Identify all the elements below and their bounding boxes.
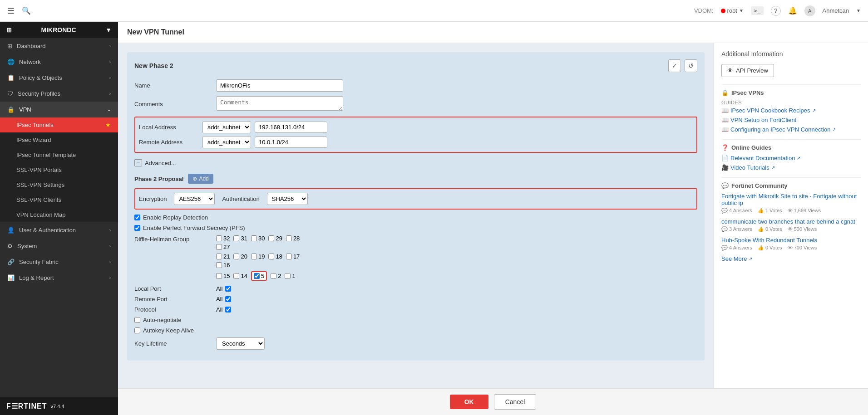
ipsec-cookbook-link[interactable]: 📖 IPsec VPN Cookbook Recipes ↗ [721,107,861,114]
remote-address-type-select[interactable]: addr_subnet addr_range [202,136,251,148]
dh-checkbox-32[interactable] [216,235,222,241]
encryption-group: Encryption AES256 AES128 3DES Authentica… [134,188,697,210]
local-port-row: Local Port All [134,285,697,292]
vdom-badge[interactable]: root ▼ [721,7,744,14]
dh-checkbox-17[interactable] [286,254,292,259]
help-icon[interactable]: ? [771,6,781,16]
pfs-checkbox[interactable] [134,225,140,231]
proposal-header: Phase 2 Proposal ⊕ Add [134,174,697,184]
sidebar-sub-vpn-location-map[interactable]: VPN Location Map [0,207,118,222]
autokey-keepalive-checkbox[interactable] [134,327,140,333]
replay-detection-checkbox[interactable] [134,215,140,220]
add-button[interactable]: ⊕ Add [188,174,213,184]
reset-button[interactable]: ↺ [685,59,697,72]
sidebar-item-log-report[interactable]: 📊 Log & Report › [0,270,118,286]
guide2-label: VPN Setup on FortiClient [730,117,796,123]
advanced-button[interactable]: − Advanced... [134,157,697,168]
online-guides-title: ❓ Online Guides [721,144,861,151]
auto-negotiate-label: Auto-negotiate [143,317,182,323]
dh-checkbox-1[interactable] [285,273,291,279]
sidebar-sub-ssl-vpn-portals[interactable]: SSL-VPN Portals [0,162,118,177]
community-meta-1: 💬 4 Answers 👍 1 Votes 👁 1,699 Views [721,208,861,214]
protocol-row: Protocol All [134,306,697,313]
vpn-setup-link[interactable]: 📖 VPN Setup on FortiClient [721,117,861,123]
user-name[interactable]: Ahmetcan [823,7,849,14]
dh-checkbox-27[interactable] [216,244,222,250]
remote-address-input[interactable] [255,137,327,148]
sidebar-sub-ssl-vpn-clients[interactable]: SSL-VPN Clients [0,192,118,207]
sidebar-sub-ipsec-template[interactable]: IPsec Tunnel Template [0,147,118,162]
dh-item-21: 21 [216,253,230,260]
name-input[interactable] [216,79,343,92]
check-button[interactable]: ✓ [668,59,681,72]
authentication-select[interactable]: SHA256 SHA1 MD5 [267,193,308,205]
api-preview-button[interactable]: 👁 API Preview [721,64,774,77]
external-link-icon-5: ↗ [749,256,752,261]
vdom-label: VDOM: [694,7,714,14]
ipsec-wizard-label: IPsec Wizard [16,137,51,143]
dh-checkbox-28[interactable] [286,235,292,241]
local-port-checkbox[interactable] [225,286,231,292]
sidebar-item-system[interactable]: ⚙ System › [0,238,118,254]
cli-icon[interactable]: >_ [751,6,764,15]
external-link-icon-3: ↗ [797,156,800,161]
sidebar-brand[interactable]: ⊞ MIKRONDC ▼ [0,22,118,38]
dh-item-19: 19 [251,253,265,260]
dh-checkbox-5[interactable] [254,273,260,279]
see-more-link[interactable]: See More ↗ [721,255,861,262]
vpn-location-map-label: VPN Location Map [16,211,65,218]
community-link-1[interactable]: Fortigate with Mikrotik Site to site - F… [721,193,861,206]
dh-checkbox-2[interactable] [271,273,276,279]
protocol-checkbox[interactable] [225,307,231,312]
configuring-ipsec-link[interactable]: 📖 Configuring an IPsec VPN Connection ↗ [721,126,861,133]
book-icon-2: 📖 [721,107,729,114]
encryption-select[interactable]: AES256 AES128 3DES [174,193,215,205]
form-card-actions: ✓ ↺ [668,59,697,72]
remote-port-checkbox[interactable] [225,296,231,302]
comments-input[interactable] [216,96,343,111]
pfs-label: Enable Perfect Forward Secrecy (PFS) [143,225,245,231]
key-lifetime-select[interactable]: Seconds Kilobytes Both [216,337,265,350]
community-link-3[interactable]: Hub-Spoke With Redundant Tunnels [721,237,861,244]
local-address-type-select[interactable]: addr_subnet addr_range [202,121,251,133]
sidebar-item-user-auth[interactable]: 👤 User & Authentication › [0,222,118,238]
sidebar-item-label: Network [19,59,41,65]
community-icon: 💬 [721,182,729,189]
dh-checkbox-29[interactable] [268,235,274,241]
dh-checkbox-16[interactable] [216,262,222,268]
sidebar-item-policy-objects[interactable]: 📋 Policy & Objects › [0,70,118,86]
search-icon[interactable]: 🔍 [22,6,31,15]
main-content: New Phase 2 ✓ ↺ Name [118,43,868,388]
book-icon: 🔒 [721,89,729,96]
sidebar-item-label: Dashboard [17,43,46,49]
sidebar-item-security-fabric[interactable]: 🔗 Security Fabric › [0,254,118,270]
sidebar-item-dashboard[interactable]: ⊞ Dashboard › [0,38,118,54]
hamburger-icon[interactable]: ☰ [7,6,15,16]
dh-checkbox-15[interactable] [216,273,222,279]
sidebar-item-network[interactable]: 🌐 Network › [0,54,118,70]
dh-checkbox-31[interactable] [233,235,239,241]
vpn-icon: 🔒 [7,106,15,113]
dh-checkbox-20[interactable] [233,254,239,259]
dh-item-18: 18 [268,253,282,260]
local-address-input[interactable] [255,122,327,133]
dh-checkbox-14[interactable] [233,273,239,279]
community-link-2[interactable]: communicate two branches that are behind… [721,218,861,225]
dh-checkbox-19[interactable] [251,254,257,259]
autokey-keepalive-row: Autokey Keep Alive [134,327,697,334]
alert-icon[interactable]: 🔔 [788,6,797,15]
dh-checkbox-18[interactable] [268,254,274,259]
votes-3: 👍 0 Votes [758,245,782,251]
sidebar-sub-ssl-vpn-settings[interactable]: SSL-VPN Settings [0,177,118,192]
ok-button[interactable]: OK [450,395,488,409]
dh-checkbox-30[interactable] [251,235,257,241]
cancel-button[interactable]: Cancel [494,394,537,410]
relevant-docs-link[interactable]: 📄 Relevant Documentation ↗ [721,155,861,161]
dh-checkbox-21[interactable] [216,254,222,259]
sidebar-item-security-profiles[interactable]: 🛡 Security Profiles › [0,86,118,102]
auto-negotiate-checkbox[interactable] [134,317,140,323]
sidebar-sub-ipsec-tunnels[interactable]: IPsec Tunnels ★ [0,117,118,132]
video-tutorials-link[interactable]: 🎥 Video Tutorials ↗ [721,164,861,171]
sidebar-item-vpn[interactable]: 🔒 VPN ⌄ [0,102,118,117]
sidebar-sub-ipsec-wizard[interactable]: IPsec Wizard [0,132,118,147]
